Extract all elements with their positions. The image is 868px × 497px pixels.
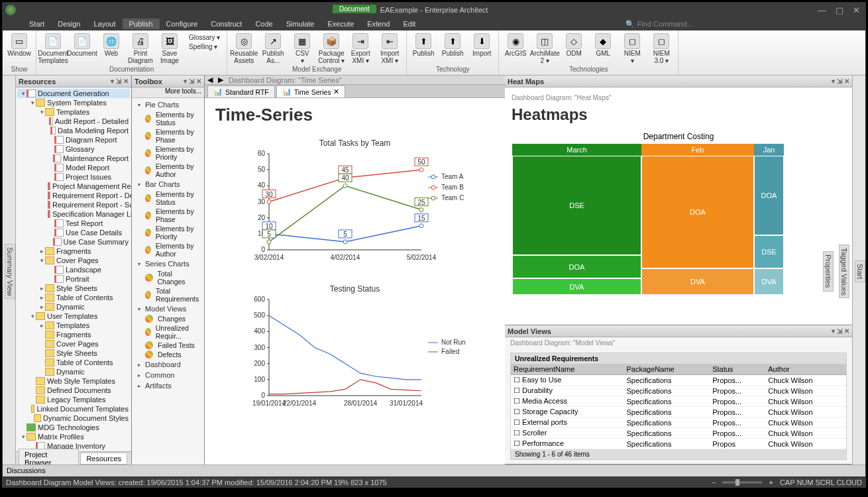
pane-controls[interactable]: ▾ ⇲ ✕ xyxy=(111,78,129,85)
doc-tab-standard-rtf[interactable]: 📊Standard RTF xyxy=(207,85,275,97)
heat-cell[interactable]: DSE xyxy=(512,156,641,255)
ribbon-small-glossary-[interactable]: Glossary ▾ xyxy=(186,33,223,42)
tree-item[interactable]: Maintenance Report xyxy=(17,154,130,163)
table-row[interactable]: ☐ Storage CapacitySpecificationsPropos..… xyxy=(511,407,846,417)
tree-item[interactable]: Cover Pages xyxy=(17,339,130,349)
heat-cell[interactable]: DVA xyxy=(754,268,784,295)
toolbox-cat[interactable]: ▸Artifacts xyxy=(133,380,203,391)
menu-edit[interactable]: Edit xyxy=(396,19,422,29)
tree-item[interactable]: Test Report xyxy=(17,219,130,228)
toolbox-cat[interactable]: ▸Dashboard xyxy=(133,359,203,370)
ribbon-reusable-assets[interactable]: ◎ReusableAssets xyxy=(230,32,258,64)
toolbox-item[interactable]: Elements by Priority xyxy=(133,144,203,162)
maximize-button[interactable]: ▢ xyxy=(833,5,846,15)
tree-item[interactable]: Portrait xyxy=(17,274,130,284)
tree-item[interactable]: ▸Style Sheets xyxy=(17,284,130,293)
bottom-tab-resources[interactable]: Resources xyxy=(80,453,127,465)
tree-item[interactable]: Style Sheets xyxy=(17,349,130,358)
ribbon-save-image[interactable]: 🖼SaveImage xyxy=(156,32,184,64)
right-tab-tagged-values[interactable]: Tagged Values xyxy=(839,245,849,299)
tree-item[interactable]: Linked Document Templates xyxy=(17,404,130,414)
toolbox-item[interactable]: Failed Tests xyxy=(133,341,203,350)
tree-item[interactable]: ▾Cover Pages xyxy=(17,256,130,265)
tree-item[interactable]: Landscape xyxy=(17,265,130,274)
ribbon-archimate-2-[interactable]: ◫ArchiMate2 ▾ xyxy=(531,32,559,64)
pane-controls[interactable]: ▾ ⇲ ✕ xyxy=(832,327,849,335)
requirements-table[interactable]: RequirementNamePackageNameStatusAuthor☐ … xyxy=(511,364,846,449)
toolbox-cat[interactable]: ▾Bar Charts xyxy=(133,179,203,190)
tree-item[interactable]: ▾Matrix Profiles xyxy=(17,432,130,441)
tree-item[interactable]: ▾Document Generation xyxy=(17,89,130,98)
ribbon-niem-3-0-[interactable]: ◻NIEM3.0 ▾ xyxy=(647,32,675,64)
tree-item[interactable]: ▾System Templates xyxy=(17,98,130,107)
tree-item[interactable]: Table of Contents xyxy=(17,358,130,367)
tree-item[interactable]: Fragments xyxy=(17,330,130,339)
ribbon-document[interactable]: 📄Document xyxy=(68,32,96,57)
table-row[interactable]: ☐ Media AccessSpecificationsPropos...Chu… xyxy=(511,396,846,407)
ribbon-package-control-[interactable]: 📦PackageControl ▾ xyxy=(317,32,345,64)
tree-item[interactable]: Use Case Details xyxy=(17,228,130,237)
tree-item[interactable]: Data Modeling Report xyxy=(17,126,130,135)
toolbox-item[interactable]: Unrealized Requir... xyxy=(133,323,203,341)
toolbox-cat[interactable]: ▾Series Charts xyxy=(133,258,203,269)
ribbon-import-xmi-[interactable]: ⇤ImportXMI ▾ xyxy=(376,32,404,64)
menu-simulate[interactable]: Simulate xyxy=(280,19,321,29)
table-row[interactable]: ☐ Easy to UseSpecificationsPropos...Chuc… xyxy=(511,375,846,386)
menu-publish[interactable]: Publish xyxy=(123,19,160,29)
zoom-slider[interactable] xyxy=(722,481,762,484)
tree-item[interactable]: Web Style Templates xyxy=(17,376,130,386)
tree-item[interactable]: Project Management Report xyxy=(17,182,130,191)
tree-item[interactable]: ▾Templates xyxy=(17,107,130,117)
ribbon-export-xmi-[interactable]: ⇥ExportXMI ▾ xyxy=(347,32,374,64)
close-button[interactable]: ✕ xyxy=(850,5,863,15)
resources-bottom-tabs[interactable]: Project BrowserResources xyxy=(16,451,131,465)
right-tab-start[interactable]: Start xyxy=(855,260,865,282)
ribbon-publish[interactable]: ⬆Publish xyxy=(439,32,466,57)
ribbon-niem-[interactable]: ◻NIEM▾ xyxy=(618,32,646,64)
toolbox-item[interactable]: Defects xyxy=(133,350,203,359)
toolbox-item[interactable]: Elements by Phase xyxy=(133,207,203,224)
heat-cell[interactable]: DVA xyxy=(512,278,641,295)
menu-design[interactable]: Design xyxy=(51,19,87,29)
nav-back-icon[interactable]: ◀ xyxy=(207,76,213,84)
pane-controls[interactable]: ▾ ⇲ ✕ xyxy=(832,78,849,85)
tree-item[interactable]: Defined Documents xyxy=(17,386,130,395)
ribbon-import[interactable]: ⬇Import xyxy=(468,32,496,57)
tree-item[interactable]: Glossary xyxy=(17,144,130,154)
ribbon-web[interactable]: 🌐Web xyxy=(97,32,125,57)
toolbox-item[interactable]: Total Requirements xyxy=(133,286,203,304)
tree-item[interactable]: Specification Manager List xyxy=(17,209,130,219)
tree-item[interactable]: ▸Table of Contents xyxy=(17,293,130,302)
toolbox-cat[interactable]: ▾Model Views xyxy=(133,304,203,314)
menu-extend[interactable]: Extend xyxy=(360,19,396,29)
ribbon-arcgis[interactable]: ◉ArcGIS xyxy=(502,32,529,57)
resources-tree[interactable]: ▾Document Generation▾System Templates▾Te… xyxy=(16,87,131,451)
toolbox-cat[interactable]: ▾Pie Charts xyxy=(133,99,203,110)
ribbon-odm[interactable]: ◇ODM xyxy=(560,32,588,57)
time-series-canvas[interactable]: Time-Series Total Tasks by Team 01020304… xyxy=(205,98,505,465)
heat-cell[interactable]: DSE xyxy=(754,235,784,268)
tree-item[interactable]: ▸Fragments xyxy=(17,247,130,256)
ribbon-csv-[interactable]: ▦CSV▾ xyxy=(288,32,316,64)
tree-item[interactable]: Legacy Templates xyxy=(17,395,130,404)
zoom-out-icon[interactable]: − xyxy=(712,478,716,486)
tree-item[interactable]: ▾User Templates xyxy=(17,311,130,321)
heat-cell[interactable]: DOA xyxy=(754,156,784,235)
tree-item[interactable]: Project Issues xyxy=(17,172,130,182)
left-tab-summary-view[interactable]: Summary View xyxy=(5,244,15,300)
menu-start[interactable]: Start xyxy=(23,19,51,29)
close-tab-icon[interactable]: ✕ xyxy=(333,87,339,96)
zoom-in-icon[interactable]: + xyxy=(769,478,773,486)
table-row[interactable]: ☐ ScrollerSpecificationsPropos...Chuck W… xyxy=(511,428,846,439)
doc-tab-time-series[interactable]: 📊Time Series ✕ xyxy=(276,85,346,97)
ribbon-print-diagram[interactable]: 🖨PrintDiagram xyxy=(127,32,154,64)
menu-execute[interactable]: Execute xyxy=(321,19,360,29)
nav-fwd-icon[interactable]: ▶ xyxy=(218,76,223,84)
toolbox-item[interactable]: Total Changes xyxy=(133,269,203,286)
tree-item[interactable]: ▸Templates xyxy=(17,321,130,330)
toolbox-cat[interactable]: ▸Common xyxy=(133,370,203,380)
tree-item[interactable]: MDG Technologies xyxy=(17,423,130,432)
toolbox-item[interactable]: Elements by Author xyxy=(133,162,203,179)
heatmap-canvas[interactable]: Dashboard Diagram: "Heat Maps" Heatmaps … xyxy=(505,87,852,325)
table-row[interactable]: ☐ External portsSpecificationsPropos...C… xyxy=(511,417,846,428)
